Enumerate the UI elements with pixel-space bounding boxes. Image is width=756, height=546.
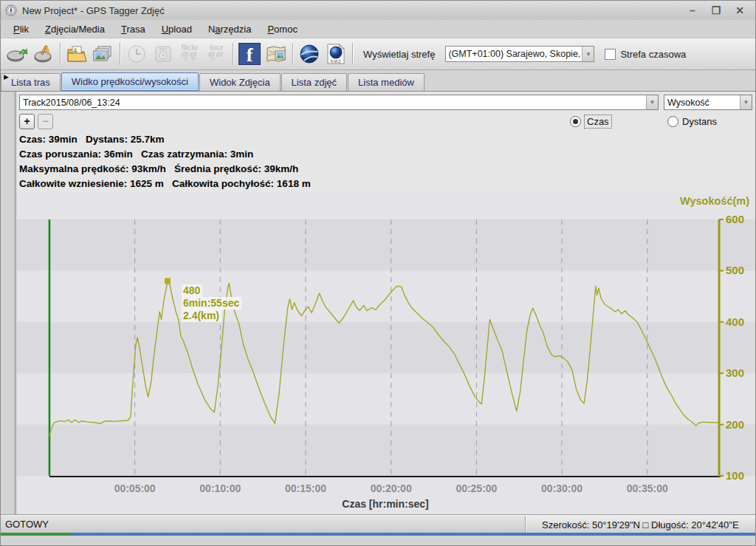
timezone-value: (GMT+01:00) Sarajewo, Skopie, War [446,49,582,59]
menu-narzedzia[interactable]: Narzędzia [200,21,260,37]
tab-lista-zdjec[interactable]: Lista zdjęć [281,73,347,91]
mode-combobox-value: Wysokość [664,98,740,108]
collapsed-side-panel[interactable] [1,92,16,515]
stat-ascent-descent: Całkowite wzniesienie: 1625 m Całkowita … [19,177,755,191]
locr-icon: locr [207,44,226,64]
svg-text:00:25:00: 00:25:00 [456,482,497,494]
export-kmz-button[interactable]: KMZ [323,41,349,67]
gps-import-button[interactable] [4,41,30,67]
timezone-checkbox[interactable] [605,49,616,60]
svg-text:00:05:00: 00:05:00 [114,482,156,494]
svg-text:00:30:00: 00:30:00 [541,482,583,494]
bottom-edge [1,533,755,536]
tab-lista-tras[interactable]: Lista tras [1,73,61,91]
chart-y-axis-title: Wysokość(m) [680,195,749,207]
svg-text:100: 100 [726,469,744,482]
radio-group-czas[interactable]: Czas [570,115,611,128]
flickr-upload-button[interactable]: flickr [176,41,203,67]
zoom-out-button[interactable]: − [38,114,53,129]
menu-pomoc[interactable]: Pomoc [259,21,305,37]
statusbar: GOTOWY Szerokość: 50°19'29"N □ Długość: … [1,515,755,533]
svg-text:500: 500 [726,264,744,276]
menu-upload[interactable]: Upload [154,21,200,37]
track-combobox[interactable]: Track2015/08/06_13:24 ▼ [19,95,659,110]
toolbar-separator [60,43,61,65]
radio-czas[interactable] [570,116,581,127]
photo-list-button[interactable] [90,41,117,67]
menu-plik[interactable]: Plik [5,21,37,37]
stat-max-avg-speed: Maksymalna prędkość: 93km/h Średnia pręd… [19,162,755,177]
facebook-upload-button[interactable]: f [236,41,263,67]
window-title: New Project* - GPS Tagger Zdjęć [22,5,165,16]
mode-combobox[interactable]: Wysokość ▼ [664,95,752,110]
stat-time-distance: Czas: 39min Dystans: 25.7km [19,132,755,147]
flickr-icon: flickr [180,44,199,64]
geotag-camera-icon [153,44,173,64]
svg-text:400: 400 [726,315,744,328]
svg-text:00:35:00: 00:35:00 [627,482,668,494]
stat-moving-stopped: Czas poruszania: 36min Czas zatrzymania:… [19,147,755,162]
collapse-panel-arrow-icon[interactable]: ▶ [4,73,9,81]
open-photos-button[interactable] [63,41,90,67]
minimize-button[interactable]: – [686,4,699,17]
close-button[interactable]: ✕ [733,4,746,17]
chevron-down-icon[interactable]: ▼ [582,47,594,61]
photo-map-icon [265,44,287,64]
geotag-camera-button[interactable] [150,41,176,67]
track-combobox-value: Track2015/08/06_13:24 [20,98,646,108]
bottom-edge-green-segment [1,533,71,536]
svg-text:200: 200 [726,418,744,431]
titlebar: New Project* - GPS Tagger Zdjęć – ❐ ✕ [1,1,755,20]
toolbar-separator [352,43,353,65]
toolbar: flickr locr f [1,38,755,70]
svg-text:00:15:00: 00:15:00 [285,482,326,494]
zoom-in-button[interactable]: + [19,114,35,129]
tab-widok-predkosci-wysokosci[interactable]: Widko prędkości/wysokości [61,72,199,91]
menubar: Plik Zdjęcia/Media Trasa Upload Narzędzi… [1,20,755,38]
menu-trasa[interactable]: Trasa [113,21,154,37]
timezone-combobox[interactable]: (GMT+01:00) Sarajewo, Skopie, War ▼ [445,46,594,62]
svg-text:600: 600 [726,213,744,225]
gps-settings-button[interactable] [30,41,57,67]
kmz-icon: KMZ [325,43,347,65]
timezone-checkbox-label: Strefa czasowa [620,49,686,60]
toolbar-separator [292,43,293,65]
radio-dystans[interactable] [667,116,678,127]
clock-button[interactable] [123,41,150,67]
locr-upload-button[interactable]: locr [203,41,230,67]
toolbar-separator [120,43,120,65]
svg-text:00:10:00: 00:10:00 [199,482,241,494]
chevron-down-icon[interactable]: ▼ [740,95,752,109]
gps-import-icon [6,44,28,64]
open-folder-icon [66,44,88,64]
tab-lista-mediow[interactable]: Lista mediów [348,73,425,91]
clock-icon [126,44,147,64]
elevation-chart-svg: 00:05:0000:10:0000:15:0000:20:0000:25:00… [16,193,755,515]
display-zone-label: Wyświetlaj strefę [363,49,435,60]
elevation-chart[interactable]: 00:05:0000:10:0000:15:0000:20:0000:25:00… [16,193,755,515]
facebook-icon: f [238,43,261,65]
radio-dystans-label[interactable]: Dystans [682,116,717,127]
toolbar-separator [233,43,233,65]
svg-text:KMZ: KMZ [331,59,342,64]
track-statistics: Czas: 39min Dystans: 25.7km Czas porusza… [19,132,755,191]
bottom-edge-blue-segment [71,533,755,536]
status-ready-text: GOTOWY [1,519,49,530]
gps-settings-icon [32,44,55,64]
photos-icon [92,44,114,64]
google-earth-button[interactable] [296,41,323,67]
radio-group-dystans[interactable]: Dystans [667,116,717,127]
photo-map-button[interactable] [263,41,289,67]
restore-button[interactable]: ❐ [709,4,723,17]
status-coordinates: Szerokość: 50°19'29"N □ Długość: 20°42'4… [525,516,755,533]
chevron-down-icon[interactable]: ▼ [646,95,658,109]
app-icon [5,4,17,16]
app-window: New Project* - GPS Tagger Zdjęć – ❐ ✕ Pl… [0,0,756,546]
tab-widok-zdjecia[interactable]: Widok Zdjęcia [199,73,281,91]
tab-bar: ▶ Lista tras Widko prędkości/wysokości W… [1,70,755,92]
radio-czas-label[interactable]: Czas [585,115,611,128]
google-earth-icon [298,43,320,65]
svg-text:300: 300 [726,366,744,379]
chart-x-axis-title: Czas [hr:min:sec] [49,498,721,510]
menu-zdjecia-media[interactable]: Zdjęcia/Media [37,21,113,37]
